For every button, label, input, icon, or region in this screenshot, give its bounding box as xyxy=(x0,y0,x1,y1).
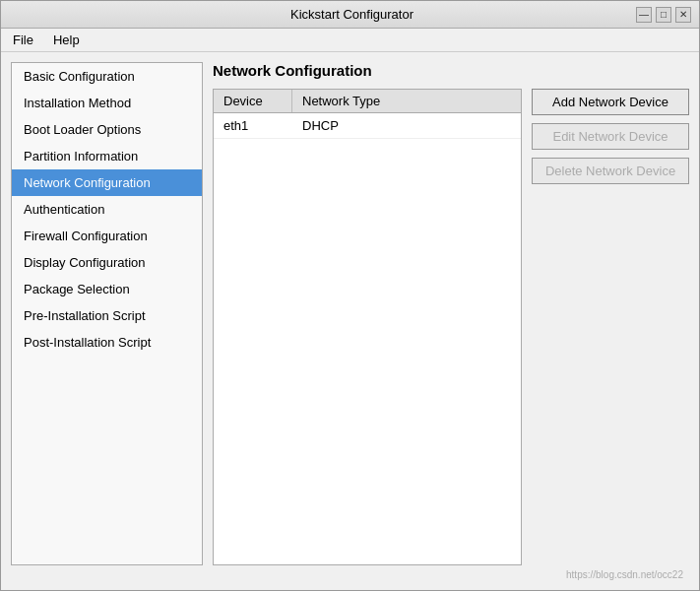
cell-network-type: DHCP xyxy=(292,113,521,138)
sidebar-item-authentication[interactable]: Authentication xyxy=(12,196,202,223)
main-panel: Network Configuration Device Network Typ… xyxy=(213,62,689,565)
panel-title: Network Configuration xyxy=(213,62,689,79)
edit-network-device-button[interactable]: Edit Network Device xyxy=(532,123,689,150)
menu-help[interactable]: Help xyxy=(49,32,84,48)
main-window: Kickstart Configurator — □ ✕ File Help B… xyxy=(0,0,700,591)
sidebar-item-display-configuration[interactable]: Display Configuration xyxy=(12,249,202,276)
table-row[interactable]: eth1 DHCP xyxy=(214,113,521,139)
column-network-type: Network Type xyxy=(292,90,521,112)
sidebar-item-network-configuration[interactable]: Network Configuration xyxy=(12,169,202,196)
delete-network-device-button[interactable]: Delete Network Device xyxy=(532,158,689,184)
sidebar-item-basic-configuration[interactable]: Basic Configuration xyxy=(12,63,202,90)
add-network-device-button[interactable]: Add Network Device xyxy=(532,89,689,115)
menu-file[interactable]: File xyxy=(9,32,37,48)
sidebar-item-boot-loader-options[interactable]: Boot Loader Options xyxy=(12,116,202,143)
sidebar-item-post-installation-script[interactable]: Post-Installation Script xyxy=(12,329,202,356)
panel-content: Device Network Type eth1 DHCP Add Networ… xyxy=(213,89,689,565)
cell-device: eth1 xyxy=(214,113,292,138)
content-area: Basic Configuration Installation Method … xyxy=(1,52,699,575)
window-controls: — □ ✕ xyxy=(636,7,691,23)
minimize-button[interactable]: — xyxy=(636,7,652,23)
sidebar-item-pre-installation-script[interactable]: Pre-Installation Script xyxy=(12,302,202,329)
title-bar: Kickstart Configurator — □ ✕ xyxy=(1,1,699,29)
buttons-panel: Add Network Device Edit Network Device D… xyxy=(532,89,689,565)
close-button[interactable]: ✕ xyxy=(675,7,691,23)
sidebar: Basic Configuration Installation Method … xyxy=(11,62,203,565)
network-table: Device Network Type eth1 DHCP xyxy=(213,89,522,565)
sidebar-item-partition-information[interactable]: Partition Information xyxy=(12,143,202,169)
watermark: https://blog.csdn.net/occ22 xyxy=(0,567,691,582)
column-device: Device xyxy=(214,90,292,112)
maximize-button[interactable]: □ xyxy=(656,7,671,23)
menu-bar: File Help xyxy=(1,29,699,52)
table-header: Device Network Type xyxy=(214,90,521,113)
window-title: Kickstart Configurator xyxy=(68,7,636,22)
sidebar-item-package-selection[interactable]: Package Selection xyxy=(12,276,202,302)
sidebar-item-installation-method[interactable]: Installation Method xyxy=(12,90,202,116)
sidebar-item-firewall-configuration[interactable]: Firewall Configuration xyxy=(12,223,202,249)
